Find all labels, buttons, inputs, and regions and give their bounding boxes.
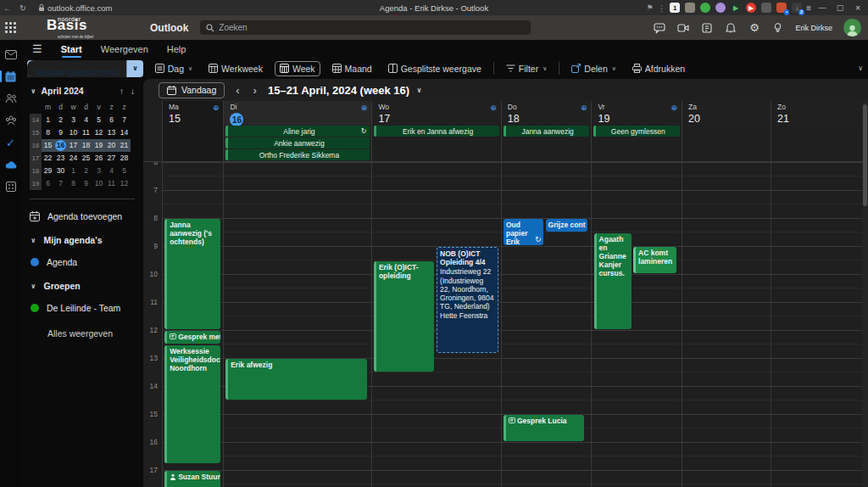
- minical-prev-icon[interactable]: ↑: [120, 87, 124, 96]
- lightbulb-icon[interactable]: [771, 21, 784, 34]
- calendar-icon[interactable]: [0, 70, 21, 83]
- allday-event[interactable]: Janna aanwezig: [504, 126, 590, 137]
- calendar-event[interactable]: AC komt lamineren: [633, 247, 676, 273]
- minical-day[interactable]: 2: [80, 165, 92, 177]
- minimize-button[interactable]: —: [815, 3, 829, 12]
- group-list-item-leilinde[interactable]: De Leilinde - Team: [30, 303, 143, 313]
- ext-downloads-icon[interactable]: ↓2: [792, 3, 802, 13]
- allday-cell[interactable]: [682, 125, 771, 161]
- organization-logo[interactable]: Basis noorder scholen met de bijbel: [47, 15, 128, 40]
- close-button[interactable]: ×: [851, 3, 865, 13]
- onedrive-icon[interactable]: [0, 158, 21, 171]
- bell-icon[interactable]: [724, 21, 737, 34]
- calendar-event[interactable]: Agaath en Grianne Kanjer cursus.: [594, 233, 632, 330]
- add-event-icon[interactable]: ⊕: [490, 104, 497, 112]
- view-dag-button[interactable]: Dag∨: [151, 62, 197, 76]
- print-button[interactable]: Afdrukken: [628, 62, 689, 76]
- ext-green-shield-icon[interactable]: [700, 3, 710, 13]
- day-header-di[interactable]: Di⊕16: [223, 101, 371, 125]
- view-werkweek-button[interactable]: Werkweek: [204, 62, 267, 76]
- address-bar-domain[interactable]: outlook.office.com: [47, 3, 112, 13]
- tab-help[interactable]: Help: [167, 42, 186, 56]
- day-header-zo[interactable]: Zo21: [771, 101, 868, 125]
- bookmark-icon[interactable]: ⚑: [647, 3, 654, 12]
- day-column-di[interactable]: Erik afwezig: [223, 162, 371, 487]
- ext-1password-icon[interactable]: 1: [670, 3, 680, 13]
- minical-day[interactable]: 8: [42, 126, 54, 139]
- minical-day[interactable]: 10: [92, 177, 105, 190]
- day-header-ma[interactable]: Ma⊕15: [162, 101, 223, 125]
- calendar-list-item-agenda[interactable]: Agenda: [30, 257, 143, 267]
- allday-event[interactable]: Ankie aanwezig: [225, 137, 370, 148]
- minical-day[interactable]: 4: [80, 114, 92, 126]
- calendar-event[interactable]: Werksessie Veiligheidsdocum Noordhorn: [164, 345, 220, 464]
- day-header-wo[interactable]: Wo⊕17: [371, 101, 500, 125]
- ext-youtube-icon[interactable]: ▶: [746, 3, 756, 13]
- minical-day[interactable]: 12: [92, 126, 105, 139]
- minical-day[interactable]: 13: [105, 126, 118, 139]
- allday-event[interactable]: Erik en Janna afwezig: [374, 126, 498, 137]
- minical-day[interactable]: 4: [105, 165, 118, 177]
- collapse-ribbon-icon[interactable]: ∨: [858, 64, 863, 72]
- minical-day[interactable]: 8: [67, 177, 80, 190]
- tab-weergeven[interactable]: Weergeven: [101, 42, 148, 56]
- view-split-button[interactable]: Gesplitste weergave: [384, 62, 486, 76]
- day-column-vr[interactable]: Agaath en Grianne Kanjer cursus.AC komt …: [591, 162, 682, 487]
- minical-day[interactable]: 19: [92, 139, 105, 152]
- minical-title[interactable]: April 2024: [42, 86, 84, 96]
- todo-icon[interactable]: ✓: [0, 136, 21, 149]
- calendar-event[interactable]: Gesprek Lucia: [504, 415, 584, 441]
- calendar-event[interactable]: Oud papier Erik Dirkse↻: [504, 219, 544, 245]
- gear-icon[interactable]: ⚙: [748, 21, 760, 34]
- prev-week-icon[interactable]: ‹: [233, 84, 242, 97]
- day-header-za[interactable]: Za20: [682, 101, 771, 125]
- minical-day[interactable]: 22: [42, 152, 54, 165]
- minical-day[interactable]: 6: [105, 114, 118, 126]
- kebab-menu-icon[interactable]: ⋮: [658, 3, 666, 13]
- date-range-title[interactable]: 15–21 April, 2024 (week 16) ∨: [268, 84, 422, 97]
- calendar-event[interactable]: Janna aanwezig ('s ochtends): [164, 219, 220, 329]
- calendar-event[interactable]: Grijze cont↻: [546, 219, 588, 232]
- hamburger-icon[interactable]: ☰: [32, 42, 42, 55]
- add-event-icon[interactable]: ⊕: [581, 104, 587, 112]
- minical-collapse-icon[interactable]: ∨: [31, 87, 36, 95]
- minical-day[interactable]: 10: [67, 126, 80, 139]
- notes-icon[interactable]: [700, 21, 713, 34]
- mail-icon[interactable]: [0, 48, 21, 61]
- minical-day[interactable]: 1: [67, 165, 80, 177]
- show-all-link[interactable]: Alles weergeven: [30, 328, 143, 339]
- minical-day[interactable]: 1: [42, 114, 54, 126]
- add-event-icon[interactable]: ⊕: [213, 104, 220, 112]
- minical-next-icon[interactable]: ↓: [131, 87, 135, 96]
- minical-day[interactable]: 5: [118, 165, 131, 177]
- apps-icon[interactable]: [0, 180, 21, 193]
- chat-icon[interactable]: [653, 21, 665, 34]
- ext-notes-icon[interactable]: [761, 3, 771, 13]
- allday-cell[interactable]: [771, 125, 868, 161]
- browser-refresh-icon[interactable]: ↻: [15, 3, 31, 13]
- minical-day[interactable]: 17: [67, 139, 80, 152]
- day-column-za[interactable]: [682, 162, 771, 487]
- add-event-icon[interactable]: ⊕: [361, 104, 368, 112]
- next-week-icon[interactable]: ›: [251, 84, 259, 97]
- day-column-do[interactable]: Oud papier Erik Dirkse↻Grijze cont↻Gespr…: [501, 162, 592, 487]
- maximize-button[interactable]: ▢: [833, 3, 847, 12]
- minical-day[interactable]: 11: [105, 177, 118, 190]
- new-event-button[interactable]: Nieuwe gebeurtenis ∨: [27, 60, 143, 77]
- minical-day[interactable]: 2: [54, 114, 67, 126]
- allday-event[interactable]: Ortho Frederike Sikkema: [225, 149, 370, 160]
- minical-day[interactable]: 5: [92, 114, 105, 126]
- minical-day[interactable]: 14: [118, 126, 131, 139]
- calendar-event[interactable]: Suzan Stuursm: [164, 471, 220, 487]
- tab-start[interactable]: Start: [61, 42, 82, 56]
- minical-day[interactable]: 3: [67, 114, 80, 126]
- minical-day[interactable]: 7: [54, 177, 67, 190]
- groups-section[interactable]: ∨ Groepen: [30, 281, 143, 291]
- allday-cell[interactable]: Aline jarig↻Ankie aanwezigOrtho Frederik…: [223, 125, 371, 161]
- ext-screen-recorder-icon[interactable]: ▶: [731, 3, 741, 13]
- browser-menu-icon[interactable]: ≡: [806, 3, 811, 13]
- minical-day[interactable]: 25: [80, 152, 92, 165]
- minical-day[interactable]: 11: [80, 126, 92, 139]
- calendar-event[interactable]: Erik (O)ICT-opleiding: [374, 261, 434, 372]
- minical-day[interactable]: 6: [42, 177, 54, 190]
